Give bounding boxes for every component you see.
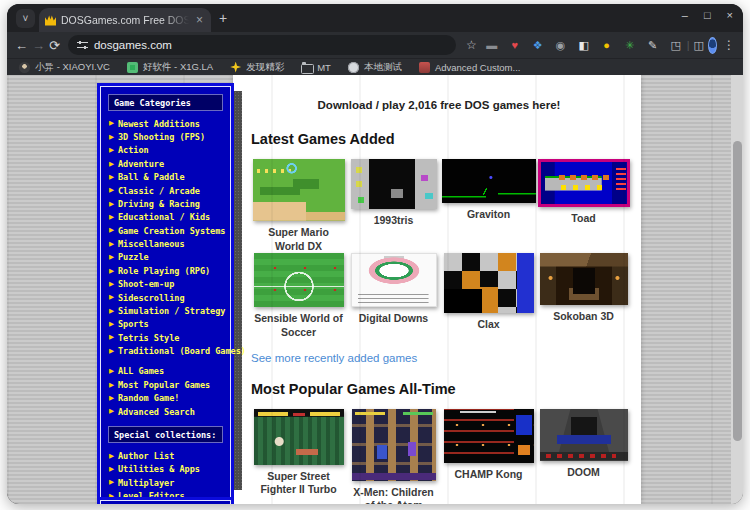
game-cell: Sokoban 3D — [536, 253, 631, 339]
sidebar-item[interactable]: ▶Simulation / Strategy — [107, 304, 224, 317]
scrollbar-thumb[interactable] — [733, 141, 742, 441]
bookmark-label: Advanced Custom... — [435, 62, 521, 73]
camera-extension-icon[interactable]: ◉ — [554, 40, 568, 51]
sidebar-item[interactable]: ▶Sidescrolling — [107, 291, 224, 304]
game-thumbnail-tris[interactable] — [351, 159, 437, 209]
sidebar-item[interactable]: ▶Multiplayer — [107, 476, 224, 489]
game-title-link[interactable]: Clax — [477, 318, 499, 332]
game-thumbnail-smw[interactable] — [253, 159, 345, 221]
forward-button[interactable]: → — [32, 38, 45, 53]
layers-extension-icon[interactable]: ❖ — [531, 40, 545, 51]
sidebar-item[interactable]: ▶Tetris Style — [107, 331, 224, 344]
game-thumbnail-clax[interactable] — [444, 253, 534, 313]
bookmark-item[interactable]: 发现精彩 — [230, 61, 284, 74]
sidebar-item[interactable]: ▶Shoot-em-up — [107, 278, 224, 291]
game-title-link[interactable]: CHAMP Kong — [454, 468, 522, 482]
sidebar-item[interactable]: ▶Action — [107, 144, 224, 157]
tab-search-button[interactable]: ˅ — [16, 9, 35, 28]
sidebar-item[interactable]: ▶Game Creation Systems — [107, 224, 224, 237]
sidebar-item[interactable]: ▶Newest Additions — [107, 117, 224, 130]
page-scrollbar[interactable] — [731, 75, 743, 504]
secondary-menu-box — [97, 497, 234, 504]
sidebar-item-label: 3D Shooting (FPS) — [118, 132, 205, 142]
duck-extension-icon[interactable]: ● — [600, 40, 614, 51]
game-title-link[interactable]: X-Men: Children of the Atom — [348, 486, 440, 504]
bookmark-label: 好软件 - X1G.LA — [143, 61, 213, 74]
sidebar-item[interactable]: ▶ALL Games — [107, 365, 224, 378]
bookmark-star-icon[interactable]: ☆ — [466, 38, 477, 52]
sidebar-item[interactable]: ▶3D Shooting (FPS) — [107, 130, 224, 143]
heart-extension-icon[interactable]: ♥ — [508, 40, 522, 51]
sidebar-item[interactable]: ▶Educational / Kids — [107, 211, 224, 224]
game-thumbnail-xmen[interactable] — [352, 409, 436, 481]
profile-avatar[interactable] — [708, 37, 717, 54]
maximize-button[interactable]: □ — [704, 10, 711, 21]
sidebar-item[interactable]: ▶Author List — [107, 449, 224, 462]
sidebar-item[interactable]: ▶Driving & Racing — [107, 197, 224, 210]
bookmark-item[interactable]: 本地测试 — [348, 61, 402, 74]
game-thumbnail-ssf2t[interactable] — [254, 409, 344, 465]
bullet-arrow-icon: ▶ — [109, 227, 114, 234]
new-tab-button[interactable]: + — [219, 10, 227, 26]
sidebar-item[interactable]: ▶Adventure — [107, 157, 224, 170]
reader-extension-icon[interactable]: ▬ — [485, 40, 499, 51]
sidebar-item-label: Action — [118, 145, 149, 155]
pen-extension-icon[interactable]: ✎ — [646, 40, 660, 51]
bookmark-item[interactable]: Advanced Custom... — [419, 62, 521, 73]
game-title-link[interactable]: Sensible World of Soccer — [253, 312, 345, 339]
game-thumbnail-graviton[interactable] — [442, 159, 536, 203]
site-info-icon[interactable] — [77, 40, 88, 50]
address-bar[interactable]: dosgames.com — [68, 35, 456, 55]
latest-games-heading: Latest Games Added — [251, 131, 627, 147]
close-button[interactable]: × — [727, 10, 733, 21]
sidebar-item-label: Ball & Paddle — [118, 172, 185, 182]
sidebar-item-label: Driving & Racing — [118, 199, 200, 209]
bullet-arrow-icon: ▶ — [109, 214, 114, 221]
sidebar-item[interactable]: ▶Sports — [107, 318, 224, 331]
game-thumbnail-doom[interactable] — [540, 409, 628, 461]
back-button[interactable]: ← — [15, 38, 28, 53]
see-more-link[interactable]: See more recently added games — [251, 352, 417, 364]
game-title-link[interactable]: Graviton — [467, 208, 510, 222]
sidebar-item[interactable]: ▶Traditional (Board Games) — [107, 344, 224, 357]
bookmark-item[interactable]: 好软件 - X1G.LA — [127, 61, 213, 74]
side-panel-icon[interactable]: ◫ — [694, 40, 704, 51]
sidebar-item-label: Educational / Kids — [118, 212, 210, 222]
game-title-link[interactable]: 1993tris — [374, 214, 414, 228]
sidebar-item[interactable]: ▶Classic / Arcade — [107, 184, 224, 197]
bullet-arrow-icon: ▶ — [109, 382, 114, 389]
sidebar-item[interactable]: ▶Random Game! — [107, 392, 224, 405]
sidebar-item[interactable]: ▶Advanced Search — [107, 405, 224, 418]
game-thumbnail-dd[interactable] — [351, 253, 437, 307]
game-title-link[interactable]: Super Street Fighter II Turbo — [253, 470, 345, 497]
sidebar-item[interactable]: ▶Most Popular Games — [107, 378, 224, 391]
sidebar-item-label: Author List — [118, 451, 174, 461]
sidebar-item[interactable]: ▶Ball & Paddle — [107, 171, 224, 184]
sidebar-item[interactable]: ▶Puzzle — [107, 251, 224, 264]
extensions-puzzle-icon[interactable]: ◳ — [669, 40, 683, 51]
bullet-arrow-icon: ▶ — [109, 368, 114, 375]
latest-games-grid: Super Mario World DX1993trisGravitonToad… — [251, 159, 627, 340]
game-thumbnail-swos[interactable] — [254, 253, 344, 307]
url-text[interactable]: dosgames.com — [94, 39, 172, 51]
game-title-link[interactable]: DOOM — [567, 466, 600, 480]
sidebar-item[interactable]: ▶Utilities & Apps — [107, 463, 224, 476]
reload-button[interactable]: ⟳ — [49, 38, 60, 53]
plant-extension-icon[interactable]: ✳ — [623, 40, 637, 51]
sidebar-item[interactable]: ▶Role Playing (RPG) — [107, 264, 224, 277]
game-thumbnail-toad[interactable] — [538, 159, 630, 207]
game-thumbnail-champ[interactable] — [444, 409, 534, 463]
menu-kebab-icon[interactable]: ⋮ — [723, 38, 735, 52]
active-tab[interactable]: DOSGames.com Free DOS g... × — [39, 8, 211, 32]
minimize-button[interactable]: – — [682, 10, 688, 21]
game-title-link[interactable]: Super Mario World DX — [253, 226, 345, 253]
game-title-link[interactable]: Sokoban 3D — [553, 310, 614, 324]
game-title-link[interactable]: Digital Downs — [359, 312, 428, 326]
contrast-extension-icon[interactable]: ◧ — [577, 40, 591, 51]
sidebar-item[interactable]: ▶Miscellaneous — [107, 237, 224, 250]
bookmark-item[interactable]: MT — [301, 62, 331, 73]
game-title-link[interactable]: Toad — [571, 212, 595, 226]
tab-close-icon[interactable]: × — [194, 14, 205, 26]
game-thumbnail-sokoban[interactable] — [540, 253, 628, 305]
bookmark-item[interactable]: 小异 - XIAOYI.VC — [19, 61, 110, 74]
